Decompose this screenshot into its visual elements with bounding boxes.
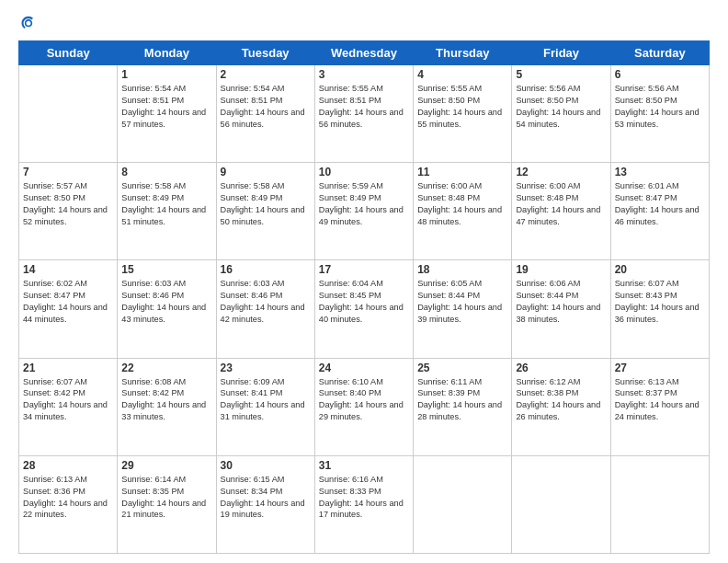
day-info: Sunrise: 5:59 AMSunset: 8:49 PMDaylight:… bbox=[319, 180, 409, 228]
day-cell-28: 28Sunrise: 6:13 AMSunset: 8:36 PMDayligh… bbox=[19, 455, 118, 553]
day-info: Sunrise: 6:15 AMSunset: 8:34 PMDaylight:… bbox=[221, 474, 311, 522]
day-number: 15 bbox=[121, 263, 211, 276]
week-row-1: 7Sunrise: 5:57 AMSunset: 8:50 PMDaylight… bbox=[19, 163, 710, 260]
day-cell-17: 17Sunrise: 6:04 AMSunset: 8:45 PMDayligh… bbox=[314, 260, 413, 358]
day-info: Sunrise: 5:58 AMSunset: 8:49 PMDaylight:… bbox=[121, 180, 211, 228]
weekday-header-row: SundayMondayTuesdayWednesdayThursdayFrid… bbox=[19, 41, 710, 65]
empty-cell bbox=[414, 455, 512, 553]
day-cell-6: 6Sunrise: 5:56 AMSunset: 8:50 PMDaylight… bbox=[610, 65, 709, 163]
day-info: Sunrise: 6:13 AMSunset: 8:37 PMDaylight:… bbox=[615, 376, 705, 424]
day-number: 18 bbox=[417, 263, 507, 276]
page: SundayMondayTuesdayWednesdayThursdayFrid… bbox=[0, 0, 728, 563]
day-number: 24 bbox=[319, 362, 409, 374]
weekday-header-thursday: Thursday bbox=[414, 41, 512, 65]
day-info: Sunrise: 5:54 AMSunset: 8:51 PMDaylight:… bbox=[121, 83, 211, 131]
day-number: 31 bbox=[319, 459, 409, 472]
day-number: 2 bbox=[221, 68, 311, 81]
day-cell-22: 22Sunrise: 6:08 AMSunset: 8:42 PMDayligh… bbox=[118, 358, 216, 455]
day-number: 17 bbox=[319, 263, 409, 276]
day-number: 1 bbox=[121, 68, 211, 81]
day-cell-20: 20Sunrise: 6:07 AMSunset: 8:43 PMDayligh… bbox=[610, 260, 709, 358]
header bbox=[18, 15, 710, 33]
day-number: 5 bbox=[516, 68, 606, 81]
day-number: 6 bbox=[615, 68, 705, 81]
day-cell-24: 24Sunrise: 6:10 AMSunset: 8:40 PMDayligh… bbox=[314, 358, 413, 455]
day-cell-27: 27Sunrise: 6:13 AMSunset: 8:37 PMDayligh… bbox=[610, 358, 709, 455]
day-number: 19 bbox=[516, 263, 606, 276]
day-info: Sunrise: 6:07 AMSunset: 8:42 PMDaylight:… bbox=[23, 376, 113, 424]
day-number: 11 bbox=[417, 166, 507, 178]
empty-cell bbox=[512, 455, 610, 553]
day-number: 9 bbox=[221, 166, 311, 178]
day-number: 7 bbox=[23, 166, 113, 178]
day-info: Sunrise: 5:54 AMSunset: 8:51 PMDaylight:… bbox=[221, 83, 311, 131]
day-number: 14 bbox=[23, 263, 113, 276]
day-cell-12: 12Sunrise: 6:00 AMSunset: 8:48 PMDayligh… bbox=[512, 163, 610, 260]
day-number: 10 bbox=[319, 166, 409, 178]
day-cell-10: 10Sunrise: 5:59 AMSunset: 8:49 PMDayligh… bbox=[314, 163, 413, 260]
week-row-3: 21Sunrise: 6:07 AMSunset: 8:42 PMDayligh… bbox=[19, 358, 710, 455]
day-info: Sunrise: 6:09 AMSunset: 8:41 PMDaylight:… bbox=[221, 376, 311, 424]
day-info: Sunrise: 6:01 AMSunset: 8:47 PMDaylight:… bbox=[615, 180, 705, 228]
day-info: Sunrise: 6:14 AMSunset: 8:35 PMDaylight:… bbox=[121, 474, 211, 522]
day-number: 27 bbox=[615, 362, 705, 374]
day-cell-31: 31Sunrise: 6:16 AMSunset: 8:33 PMDayligh… bbox=[314, 455, 413, 553]
day-cell-26: 26Sunrise: 6:12 AMSunset: 8:38 PMDayligh… bbox=[512, 358, 610, 455]
day-number: 13 bbox=[615, 166, 705, 178]
day-number: 21 bbox=[23, 362, 113, 374]
day-info: Sunrise: 6:11 AMSunset: 8:39 PMDaylight:… bbox=[417, 376, 507, 424]
day-info: Sunrise: 6:04 AMSunset: 8:45 PMDaylight:… bbox=[319, 278, 409, 326]
day-info: Sunrise: 5:56 AMSunset: 8:50 PMDaylight:… bbox=[615, 83, 705, 131]
empty-cell bbox=[610, 455, 709, 553]
day-cell-29: 29Sunrise: 6:14 AMSunset: 8:35 PMDayligh… bbox=[118, 455, 216, 553]
day-number: 25 bbox=[417, 362, 507, 374]
day-info: Sunrise: 5:58 AMSunset: 8:49 PMDaylight:… bbox=[221, 180, 311, 228]
week-row-0: 1Sunrise: 5:54 AMSunset: 8:51 PMDaylight… bbox=[19, 65, 710, 163]
day-number: 3 bbox=[319, 68, 409, 81]
weekday-header-sunday: Sunday bbox=[19, 41, 118, 65]
logo bbox=[18, 15, 39, 33]
weekday-header-friday: Friday bbox=[512, 41, 610, 65]
day-info: Sunrise: 5:55 AMSunset: 8:50 PMDaylight:… bbox=[417, 83, 507, 131]
day-info: Sunrise: 6:16 AMSunset: 8:33 PMDaylight:… bbox=[319, 474, 409, 522]
logo-icon bbox=[19, 15, 38, 33]
day-number: 28 bbox=[23, 459, 113, 472]
day-number: 30 bbox=[221, 459, 311, 472]
day-info: Sunrise: 6:03 AMSunset: 8:46 PMDaylight:… bbox=[221, 278, 311, 326]
day-info: Sunrise: 6:03 AMSunset: 8:46 PMDaylight:… bbox=[121, 278, 211, 326]
day-number: 26 bbox=[516, 362, 606, 374]
day-number: 4 bbox=[417, 68, 507, 81]
day-number: 8 bbox=[121, 166, 211, 178]
day-info: Sunrise: 6:08 AMSunset: 8:42 PMDaylight:… bbox=[121, 376, 211, 424]
weekday-header-saturday: Saturday bbox=[610, 41, 709, 65]
day-cell-8: 8Sunrise: 5:58 AMSunset: 8:49 PMDaylight… bbox=[118, 163, 216, 260]
day-cell-25: 25Sunrise: 6:11 AMSunset: 8:39 PMDayligh… bbox=[414, 358, 512, 455]
day-cell-23: 23Sunrise: 6:09 AMSunset: 8:41 PMDayligh… bbox=[216, 358, 314, 455]
day-cell-11: 11Sunrise: 6:00 AMSunset: 8:48 PMDayligh… bbox=[414, 163, 512, 260]
day-cell-1: 1Sunrise: 5:54 AMSunset: 8:51 PMDaylight… bbox=[118, 65, 216, 163]
weekday-header-wednesday: Wednesday bbox=[314, 41, 413, 65]
day-info: Sunrise: 6:06 AMSunset: 8:44 PMDaylight:… bbox=[516, 278, 606, 326]
day-info: Sunrise: 6:13 AMSunset: 8:36 PMDaylight:… bbox=[23, 474, 113, 522]
weekday-header-tuesday: Tuesday bbox=[216, 41, 314, 65]
calendar-table: SundayMondayTuesdayWednesdayThursdayFrid… bbox=[18, 40, 710, 554]
day-cell-2: 2Sunrise: 5:54 AMSunset: 8:51 PMDaylight… bbox=[216, 65, 314, 163]
day-info: Sunrise: 5:55 AMSunset: 8:51 PMDaylight:… bbox=[319, 83, 409, 131]
week-row-2: 14Sunrise: 6:02 AMSunset: 8:47 PMDayligh… bbox=[19, 260, 710, 358]
day-cell-7: 7Sunrise: 5:57 AMSunset: 8:50 PMDaylight… bbox=[19, 163, 118, 260]
day-number: 12 bbox=[516, 166, 606, 178]
day-info: Sunrise: 6:00 AMSunset: 8:48 PMDaylight:… bbox=[516, 180, 606, 228]
day-cell-13: 13Sunrise: 6:01 AMSunset: 8:47 PMDayligh… bbox=[610, 163, 709, 260]
day-info: Sunrise: 5:56 AMSunset: 8:50 PMDaylight:… bbox=[516, 83, 606, 131]
day-info: Sunrise: 6:07 AMSunset: 8:43 PMDaylight:… bbox=[615, 278, 705, 326]
day-number: 23 bbox=[221, 362, 311, 374]
day-number: 16 bbox=[221, 263, 311, 276]
day-cell-3: 3Sunrise: 5:55 AMSunset: 8:51 PMDaylight… bbox=[314, 65, 413, 163]
day-info: Sunrise: 6:05 AMSunset: 8:44 PMDaylight:… bbox=[417, 278, 507, 326]
day-cell-15: 15Sunrise: 6:03 AMSunset: 8:46 PMDayligh… bbox=[118, 260, 216, 358]
day-cell-16: 16Sunrise: 6:03 AMSunset: 8:46 PMDayligh… bbox=[216, 260, 314, 358]
day-number: 22 bbox=[121, 362, 211, 374]
week-row-4: 28Sunrise: 6:13 AMSunset: 8:36 PMDayligh… bbox=[19, 455, 710, 553]
day-cell-30: 30Sunrise: 6:15 AMSunset: 8:34 PMDayligh… bbox=[216, 455, 314, 553]
day-info: Sunrise: 5:57 AMSunset: 8:50 PMDaylight:… bbox=[23, 180, 113, 228]
